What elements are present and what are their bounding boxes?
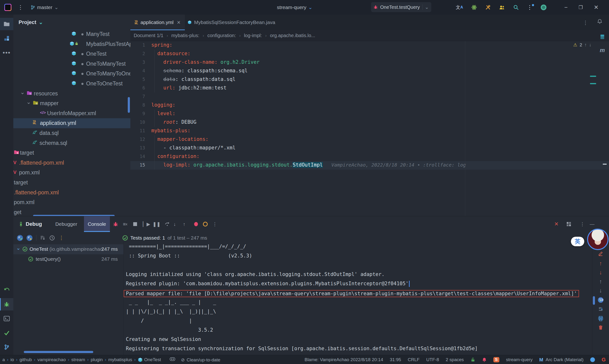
code-line[interactable]: 5 data: classpath:data.sql bbox=[130, 75, 609, 84]
checkmark-tool-button[interactable] bbox=[0, 327, 13, 339]
layout-settings-icon[interactable] bbox=[564, 216, 573, 232]
status-breadcrumb-item[interactable]: io bbox=[11, 357, 14, 362]
prev-warning-icon[interactable]: ↑ bbox=[584, 42, 587, 48]
project-tree-item[interactable]: Vpom.xml bbox=[13, 168, 130, 178]
copilot-icon[interactable] bbox=[163, 357, 176, 363]
code-line[interactable]: 7 bbox=[130, 92, 609, 101]
code-line[interactable]: 4 schema: classpath:schema.sql bbox=[130, 67, 609, 75]
project-tree-item[interactable]: OneToManyTest bbox=[13, 59, 130, 69]
resume-icon[interactable]: ▏▶ bbox=[142, 216, 151, 232]
code-line[interactable]: 15 log-impl: org.apache.ibatis.logging.s… bbox=[130, 161, 609, 170]
theme-name[interactable]: Arc Dark (Material) bbox=[545, 357, 583, 362]
search-icon[interactable] bbox=[513, 4, 519, 10]
status-breadcrumb-item[interactable]: vampireachao bbox=[37, 357, 66, 362]
project-tree-item[interactable]: mapper bbox=[13, 99, 130, 108]
structure-tool-button[interactable] bbox=[0, 32, 13, 44]
project-tree-item[interactable]: OneToManyToOneTest bbox=[13, 69, 130, 79]
project-tree-item[interactable]: schema.sql bbox=[13, 138, 130, 148]
git-tool-button[interactable] bbox=[0, 341, 13, 353]
down-stack-icon[interactable]: ↓ bbox=[592, 286, 609, 295]
project-tree-item[interactable]: MybatisPlusTestApplica bbox=[13, 39, 130, 49]
chevron-down-icon[interactable] bbox=[21, 91, 24, 95]
scroll-to-end-icon[interactable] bbox=[592, 304, 609, 314]
minimize-button[interactable]: − bbox=[564, 4, 568, 11]
project-tree-item[interactable]: YAMLapplication.yml bbox=[13, 118, 130, 128]
project-tree-item[interactable]: OneTest bbox=[13, 49, 130, 59]
close-icon[interactable]: ✕ bbox=[177, 20, 181, 25]
project-tree-item[interactable]: pom.xml bbox=[13, 197, 130, 208]
plugin-badge[interactable]: S bbox=[493, 357, 499, 362]
rerun-bug-icon[interactable] bbox=[111, 216, 120, 232]
close-button[interactable]: ✕ bbox=[594, 4, 598, 11]
prev-failed-icon[interactable]: ↑ bbox=[592, 259, 609, 268]
breadcrumb-item[interactable]: log-impl: bbox=[244, 33, 262, 38]
status-breadcrumb-item[interactable]: OneTest bbox=[138, 357, 161, 362]
project-tool-button[interactable] bbox=[0, 18, 13, 30]
history-icon[interactable] bbox=[49, 235, 55, 241]
debug-tool-button[interactable] bbox=[0, 298, 13, 311]
next-warning-icon[interactable]: ↓ bbox=[589, 42, 592, 48]
status-breadcrumb-item[interactable]: github bbox=[20, 357, 32, 362]
project-tree-item[interactable]: .flattened-pom.xml bbox=[13, 188, 130, 198]
code-line[interactable]: 3 driver-class-name: org.h2.Driver bbox=[130, 58, 609, 67]
project-selector[interactable]: stream-query ⌄ bbox=[277, 0, 312, 14]
project-tree-item[interactable]: OneToOneTest bbox=[13, 79, 130, 89]
project-tree-item[interactable]: resources bbox=[13, 89, 130, 99]
tab-application-yml[interactable]: YAML application.yml ✕ bbox=[130, 14, 185, 30]
clear-output-pencil-icon[interactable] bbox=[592, 249, 609, 258]
next-failed-icon[interactable]: ↓ bbox=[592, 268, 609, 277]
chevron-down-icon[interactable] bbox=[27, 101, 30, 105]
project-tree-item[interactable]: </>UserInfoMapper.xml bbox=[13, 108, 130, 118]
run-configuration-selector[interactable]: OneTest.testQuery ⌄ bbox=[371, 2, 431, 12]
google-icon[interactable]: G bbox=[602, 357, 606, 363]
more-options-icon[interactable]: ⋮ bbox=[527, 4, 533, 11]
project-tree-item[interactable]: data.sql bbox=[13, 128, 130, 138]
mute-breakpoints-icon[interactable]: ≡x bbox=[120, 216, 130, 232]
status-blue-dot-icon[interactable] bbox=[590, 357, 595, 362]
vertical-scrollbar[interactable] bbox=[128, 97, 130, 113]
sync-status[interactable]: ⊘Clean/up-to-date bbox=[178, 357, 220, 363]
code-line[interactable]: 11mybatis-plus: bbox=[130, 127, 609, 135]
git-branch-widget[interactable]: master ⌄ bbox=[30, 4, 59, 10]
console-output[interactable]: =========|_|==============|___/=/_/_/_/ … bbox=[123, 242, 593, 355]
status-breadcrumb-item[interactable]: a bbox=[2, 357, 5, 362]
restore-button[interactable]: ❐ bbox=[579, 4, 583, 10]
restore-layout-icon[interactable] bbox=[201, 216, 210, 232]
step-into-icon[interactable]: ↓ bbox=[170, 216, 179, 232]
code-line[interactable]: 8logging: bbox=[130, 101, 609, 110]
pause-icon[interactable]: ❚❚ bbox=[152, 216, 161, 232]
translate-icon[interactable]: 文A bbox=[456, 4, 463, 11]
toolbar-kebab-icon[interactable]: ⋮ bbox=[59, 235, 64, 241]
code-line[interactable]: 6 url: jdbc:h2:mem:test bbox=[130, 84, 609, 92]
status-breadcrumb-item[interactable]: plugin bbox=[91, 357, 103, 362]
layers-tool-button[interactable] bbox=[596, 31, 609, 43]
test-tree-row[interactable]: OneTest (io.github.vampireachao.247 ms bbox=[13, 244, 123, 254]
line-separator[interactable]: CRLF bbox=[408, 357, 420, 362]
stop-icon[interactable] bbox=[130, 216, 140, 232]
code-line[interactable]: 2 datasource: bbox=[130, 50, 609, 58]
users-icon[interactable] bbox=[499, 5, 505, 10]
tab-console[interactable]: Console bbox=[84, 216, 110, 232]
code-line[interactable]: 13 - classpath:mapper/*.xml bbox=[130, 144, 609, 153]
debug-more-kebab-icon[interactable]: ⋮ bbox=[210, 216, 220, 232]
test-tree-row[interactable]: testQuery()247 ms bbox=[13, 254, 123, 264]
user-avatar-icon[interactable] bbox=[541, 4, 546, 10]
code-line[interactable]: 10 root: DEBUG bbox=[130, 118, 609, 127]
breadcrumb-item[interactable]: mybatis-plus: bbox=[171, 33, 199, 38]
status-breadcrumb-item[interactable]: mybatisplus bbox=[108, 357, 132, 362]
terminal-tool-button[interactable] bbox=[0, 312, 13, 325]
user-avatar[interactable] bbox=[587, 229, 609, 250]
step-out-icon[interactable]: ↑ bbox=[179, 216, 189, 232]
project-tree-item[interactable]: target bbox=[13, 148, 130, 158]
atom-icon[interactable] bbox=[471, 4, 477, 10]
code-line[interactable]: 14 configuration: bbox=[130, 153, 609, 161]
show-ignored-icon[interactable] bbox=[26, 234, 33, 241]
breadcrumb-item[interactable]: configuration: bbox=[207, 33, 236, 38]
inspections-widget[interactable]: ⚠ 2 ↑ ↓ bbox=[573, 42, 591, 48]
breadcrumb-item[interactable]: org.apache.ibatis.lo... bbox=[270, 33, 315, 38]
breadcrumb-item[interactable]: Document 1/1 bbox=[134, 33, 163, 38]
more-tool-windows-icon[interactable]: ••• bbox=[0, 46, 13, 59]
up-stack-icon[interactable]: ↑ bbox=[592, 277, 609, 286]
show-passed-icon[interactable] bbox=[17, 234, 23, 241]
notification-icon[interactable] bbox=[482, 357, 487, 362]
